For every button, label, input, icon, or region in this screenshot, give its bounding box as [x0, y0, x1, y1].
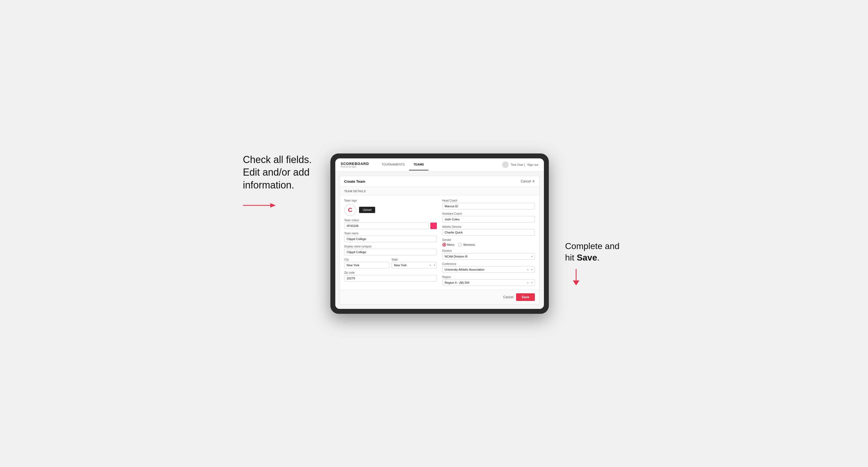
mens-radio-dot	[442, 243, 446, 247]
cancel-button[interactable]: Cancel	[503, 295, 513, 299]
modal-area: Create Team Cancel ✕ TEAM DETAILS	[335, 172, 544, 309]
arrow-down-left-icon	[565, 269, 587, 285]
team-name-field: Team name	[344, 232, 437, 242]
logo-circle: C	[344, 204, 356, 216]
team-colour-field: Team colour	[344, 219, 437, 229]
head-coach-input[interactable]	[442, 203, 535, 210]
display-name-input[interactable]	[344, 249, 437, 255]
head-coach-field: Head Coach	[442, 199, 535, 210]
city-state-row: City State New York ×	[344, 258, 437, 269]
mens-label: Mens	[447, 243, 455, 246]
color-preview-swatch	[430, 223, 437, 229]
color-row	[344, 223, 437, 229]
city-field: City	[344, 258, 390, 269]
region-label: Region	[442, 276, 535, 279]
modal-header: Create Team Cancel ✕	[340, 176, 539, 187]
gender-label: Gender	[442, 239, 535, 242]
region-field: Region Region II - (M) DIII × ▾	[442, 276, 535, 286]
user-name: Test User |	[511, 163, 525, 166]
annotation-text-left: Check all fields. Edit and/or add inform…	[243, 154, 314, 192]
team-name-label: Team name	[344, 232, 437, 235]
region-select[interactable]: Region II - (M) DIII	[442, 279, 535, 286]
team-colour-input[interactable]	[344, 223, 429, 229]
city-label: City	[344, 258, 390, 261]
signout-link[interactable]: Sign out	[527, 163, 538, 166]
conference-select[interactable]: University Athletic Association	[442, 266, 535, 273]
nav-links: TOURNAMENTS TEAMS	[377, 159, 428, 170]
logo-subtitle: Powered by clippd	[341, 166, 369, 168]
division-dropdown-wrapper: NCAA Division III ▾	[442, 253, 535, 260]
zip-label: Zip code	[344, 271, 437, 274]
modal-card: Create Team Cancel ✕ TEAM DETAILS	[340, 176, 539, 305]
division-field: Division NCAA Division III ▾	[442, 249, 535, 260]
modal-footer: Cancel Save	[340, 290, 539, 304]
athletic-director-field: Athletic Director	[442, 225, 535, 236]
conference-select-wrapper: University Athletic Association × ▾	[442, 266, 535, 273]
arrow-right-icon	[243, 200, 276, 211]
division-label: Division	[442, 249, 535, 252]
athletic-director-label: Athletic Director	[442, 225, 535, 228]
nav-tournaments[interactable]: TOURNAMENTS	[377, 159, 409, 170]
head-coach-label: Head Coach	[442, 199, 535, 202]
conference-field: Conference University Athletic Associati…	[442, 262, 535, 273]
form-right: Head Coach Assistant Coach Athletic Dire…	[442, 199, 535, 286]
team-logo-field: Team logo C Upload	[344, 199, 437, 216]
left-annotation: Check all fields. Edit and/or add inform…	[243, 154, 314, 211]
gender-radio-row: Mens Womens	[442, 243, 535, 247]
save-button[interactable]: Save	[516, 293, 535, 301]
gender-field: Gender Mens Womens	[442, 239, 535, 247]
state-label: State	[392, 258, 437, 261]
modal-title: Create Team	[344, 180, 365, 184]
athletic-director-input[interactable]	[442, 229, 535, 236]
assistant-coach-label: Assistant Coach	[442, 212, 535, 215]
gender-womens-option[interactable]: Womens	[458, 243, 475, 247]
svg-marker-3	[573, 280, 579, 285]
nav-teams[interactable]: TEAMS	[409, 159, 428, 170]
tablet-device: SCOREBOARD Powered by clippd TOURNAMENTS…	[330, 154, 549, 314]
right-annotation: Complete and hit Save.	[565, 241, 625, 313]
upload-button[interactable]: Upload	[359, 207, 375, 213]
womens-radio-dot	[458, 243, 462, 247]
conference-label: Conference	[442, 262, 535, 266]
form-left: Team logo C Upload Team colour	[344, 199, 437, 286]
team-colour-label: Team colour	[344, 219, 437, 222]
region-clear-icon[interactable]: ×	[527, 281, 529, 284]
state-clear-icon[interactable]: ×	[430, 263, 431, 267]
team-name-input[interactable]	[344, 236, 437, 242]
team-logo-label: Team logo	[344, 199, 437, 202]
close-icon: ✕	[532, 180, 535, 183]
logo-title: SCOREBOARD	[341, 162, 369, 166]
annotation-text-right: Complete and hit Save.	[565, 241, 625, 263]
display-name-label: Display name (unique)	[344, 245, 437, 248]
display-name-field: Display name (unique)	[344, 245, 437, 255]
zip-field: Zip code	[344, 271, 437, 282]
state-select-wrapper: New York × ▾	[392, 262, 437, 269]
state-field: State New York × ▾	[392, 258, 437, 269]
modal-close-button[interactable]: Cancel ✕	[521, 180, 535, 183]
zip-input[interactable]	[344, 275, 437, 282]
logo-area: C Upload	[344, 204, 437, 216]
app-logo: SCOREBOARD Powered by clippd	[341, 162, 369, 168]
user-avatar	[502, 161, 509, 168]
nav-right: Test User | Sign out	[502, 161, 538, 168]
section-label: TEAM DETAILS	[340, 187, 539, 195]
womens-label: Womens	[463, 243, 475, 246]
division-select[interactable]: NCAA Division III	[442, 253, 535, 260]
conference-clear-icon[interactable]: ×	[527, 268, 529, 271]
gender-mens-option[interactable]: Mens	[442, 243, 455, 247]
tablet-screen: SCOREBOARD Powered by clippd TOURNAMENTS…	[335, 158, 544, 309]
assistant-coach-input[interactable]	[442, 216, 535, 223]
svg-marker-1	[270, 203, 276, 208]
form-body: Team logo C Upload Team colour	[340, 195, 539, 290]
region-select-wrapper: Region II - (M) DIII × ▾	[442, 279, 535, 286]
assistant-coach-field: Assistant Coach	[442, 212, 535, 223]
city-input[interactable]	[344, 262, 390, 269]
navbar: SCOREBOARD Powered by clippd TOURNAMENTS…	[335, 158, 544, 172]
